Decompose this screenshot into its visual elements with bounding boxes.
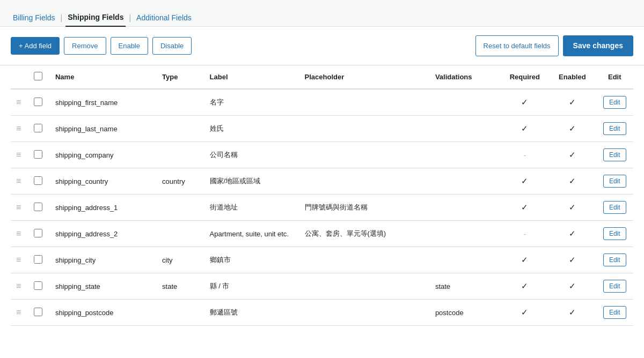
edit-button[interactable]: Edit — [603, 280, 626, 293]
row-checkbox[interactable] — [34, 124, 42, 132]
field-required: ✓ — [501, 247, 548, 273]
field-label: 縣 / 市 — [204, 273, 299, 300]
edit-button[interactable]: Edit — [603, 175, 626, 188]
field-enabled: ✓ — [548, 221, 596, 247]
edit-button[interactable]: Edit — [603, 306, 626, 319]
field-enabled: ✓ — [548, 142, 596, 168]
select-all-checkbox[interactable] — [34, 72, 42, 80]
field-name: shipping_state — [50, 273, 157, 300]
field-name: shipping_city — [50, 247, 157, 273]
row-checkbox-cell — [28, 142, 50, 168]
row-checkbox[interactable] — [34, 255, 42, 264]
field-type — [157, 221, 204, 247]
drag-icon[interactable]: ≡ — [16, 177, 21, 185]
field-validations — [430, 89, 501, 116]
enable-button[interactable]: Enable — [111, 37, 148, 55]
row-checkbox[interactable] — [34, 308, 42, 316]
row-checkbox[interactable] — [34, 150, 42, 159]
check-icon: ✓ — [554, 308, 590, 317]
col-header-check — [28, 65, 50, 89]
field-type — [157, 89, 204, 116]
field-placeholder — [299, 247, 430, 273]
tab-billing[interactable]: Billing Fields — [11, 9, 57, 26]
edit-button[interactable]: Edit — [603, 201, 626, 214]
check-icon: ✓ — [554, 281, 590, 291]
drag-handle-cell: ≡ — [11, 116, 28, 142]
row-checkbox[interactable] — [34, 229, 42, 237]
drag-icon[interactable]: ≡ — [16, 282, 21, 290]
drag-icon[interactable]: ≡ — [16, 308, 21, 317]
drag-icon[interactable]: ≡ — [16, 229, 21, 238]
field-label: 名字 — [204, 89, 299, 116]
field-required: ✓ — [501, 195, 548, 221]
table-row: ≡shipping_last_name姓氏✓✓Edit — [11, 116, 633, 142]
drag-icon[interactable]: ≡ — [16, 256, 21, 264]
tab-shipping[interactable]: Shipping Fields — [65, 9, 126, 27]
table-row: ≡shipping_postcode郵遞區號postcode✓✓Edit — [11, 300, 633, 326]
field-enabled: ✓ — [548, 116, 596, 142]
table-body: ≡shipping_first_name名字✓✓Edit≡shipping_la… — [11, 89, 633, 326]
field-type: country — [157, 168, 204, 195]
add-field-button[interactable]: + Add field — [11, 37, 60, 55]
row-checkbox[interactable] — [34, 203, 42, 211]
drag-icon[interactable]: ≡ — [16, 203, 21, 212]
disable-button[interactable]: Disable — [152, 37, 192, 55]
drag-icon[interactable]: ≡ — [16, 98, 21, 107]
tab-additional[interactable]: Additional Fields — [134, 9, 194, 26]
edit-button[interactable]: Edit — [603, 148, 626, 161]
reset-button[interactable]: Reset to default fields — [475, 35, 559, 56]
check-icon: ✓ — [554, 176, 590, 186]
table-row: ≡shipping_first_name名字✓✓Edit — [11, 89, 633, 116]
tab-sep-1: | — [61, 13, 63, 22]
col-header-name: Name — [50, 65, 157, 89]
edit-button[interactable]: Edit — [603, 122, 626, 135]
check-icon: ✓ — [507, 124, 543, 133]
check-icon: ✓ — [554, 124, 590, 133]
row-checkbox[interactable] — [34, 98, 42, 106]
row-checkbox[interactable] — [34, 176, 42, 185]
drag-handle-cell: ≡ — [11, 247, 28, 273]
field-enabled: ✓ — [548, 300, 596, 326]
edit-button[interactable]: Edit — [603, 253, 626, 266]
remove-button[interactable]: Remove — [64, 37, 106, 55]
edit-cell: Edit — [596, 142, 633, 168]
check-icon: ✓ — [554, 203, 590, 212]
field-label: 公司名稱 — [204, 142, 299, 168]
field-name: shipping_postcode — [50, 300, 157, 326]
row-checkbox-cell — [28, 300, 50, 326]
field-validations — [430, 247, 501, 273]
field-required: ✓ — [501, 89, 548, 116]
field-required: ✓ — [501, 273, 548, 300]
col-header-drag — [11, 65, 28, 89]
dash-icon: - — [507, 151, 543, 159]
toolbar-right: Reset to default fields Save changes — [475, 35, 633, 56]
edit-button[interactable]: Edit — [603, 227, 626, 240]
drag-handle-cell: ≡ — [11, 142, 28, 168]
drag-handle-cell: ≡ — [11, 300, 28, 326]
col-header-enabled: Enabled — [548, 65, 596, 89]
drag-icon[interactable]: ≡ — [16, 124, 21, 133]
row-checkbox-cell — [28, 221, 50, 247]
drag-icon[interactable]: ≡ — [16, 151, 21, 159]
field-placeholder — [299, 116, 430, 142]
drag-handle-cell: ≡ — [11, 221, 28, 247]
field-label: 鄉鎮市 — [204, 247, 299, 273]
field-validations — [430, 221, 501, 247]
check-icon: ✓ — [507, 176, 543, 186]
check-icon: ✓ — [554, 229, 590, 238]
table-row: ≡shipping_address_1街道地址門牌號碼與街道名稱✓✓Edit — [11, 195, 633, 221]
field-name: shipping_first_name — [50, 89, 157, 116]
field-type — [157, 116, 204, 142]
tab-sep-2: | — [129, 13, 131, 22]
check-icon: ✓ — [507, 308, 543, 317]
edit-cell: Edit — [596, 168, 633, 195]
save-button[interactable]: Save changes — [563, 35, 633, 56]
check-icon: ✓ — [554, 150, 590, 160]
table-row: ≡shipping_statestate縣 / 市state✓✓Edit — [11, 273, 633, 300]
row-checkbox-cell — [28, 195, 50, 221]
field-name: shipping_last_name — [50, 116, 157, 142]
edit-button[interactable]: Edit — [603, 96, 626, 109]
field-validations — [430, 195, 501, 221]
row-checkbox[interactable] — [34, 281, 42, 290]
field-required: - — [501, 221, 548, 247]
